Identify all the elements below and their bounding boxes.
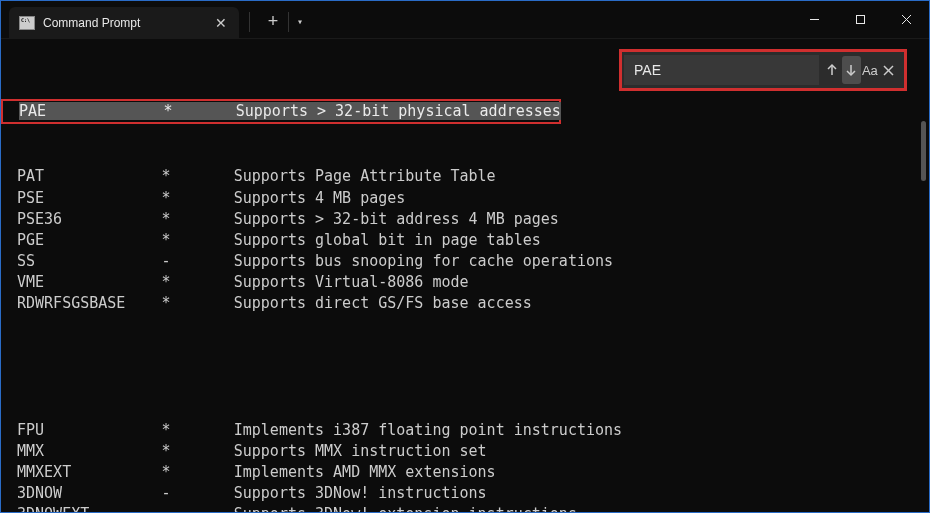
terminal-row: PSE36 * Supports > 32-bit address 4 MB p… xyxy=(17,209,913,230)
terminal-row: SS - Supports bus snooping for cache ope… xyxy=(17,251,913,272)
divider-icon xyxy=(249,12,250,32)
window-controls xyxy=(791,1,929,39)
blank-line xyxy=(17,356,913,377)
close-find-button[interactable] xyxy=(879,56,898,84)
scrollbar-thumb[interactable] xyxy=(921,121,926,181)
terminal-row: VME * Supports Virtual-8086 mode xyxy=(17,272,913,293)
close-button[interactable] xyxy=(883,1,929,39)
new-tab-button[interactable]: + xyxy=(258,11,288,32)
close-tab-icon[interactable]: ✕ xyxy=(213,15,229,31)
tab-command-prompt[interactable]: Command Prompt ✕ xyxy=(9,7,239,39)
svg-rect-1 xyxy=(856,16,864,24)
terminal-row: PSE * Supports 4 MB pages xyxy=(17,188,913,209)
tab-title: Command Prompt xyxy=(43,16,205,30)
terminal-row: MMX * Supports MMX instruction set xyxy=(17,441,913,462)
terminal-row: MMXEXT * Implements AMD MMX extensions xyxy=(17,462,913,483)
find-previous-button[interactable] xyxy=(823,56,842,84)
chevron-down-icon[interactable]: ▾ xyxy=(297,16,303,27)
maximize-button[interactable] xyxy=(837,1,883,39)
terminal-match-row: PAE * Supports > 32-bit physical address… xyxy=(1,99,561,124)
match-case-button[interactable]: Aa xyxy=(861,56,880,84)
titlebar: Command Prompt ✕ + ▾ xyxy=(1,1,929,39)
terminal-row: PGE * Supports global bit in page tables xyxy=(17,230,913,251)
terminal-row: FPU * Implements i387 floating point ins… xyxy=(17,420,913,441)
cmd-icon xyxy=(19,16,35,30)
divider-icon xyxy=(288,12,289,32)
terminal-row: RDWRFSGSBASE * Supports direct GS/FS bas… xyxy=(17,293,913,314)
terminal-output[interactable]: PAE * Supports > 32-bit physical address… xyxy=(1,39,929,513)
matched-text: PAE * Supports > 32-bit physical address… xyxy=(19,102,561,120)
terminal-row: 3DNOWEXT - Supports 3DNow! extension ins… xyxy=(17,504,913,513)
find-next-button[interactable] xyxy=(842,56,861,84)
find-dialog: Aa xyxy=(619,49,907,91)
terminal-row: 3DNOW - Supports 3DNow! instructions xyxy=(17,483,913,504)
find-input[interactable] xyxy=(624,55,819,85)
terminal-row: PAT * Supports Page Attribute Table xyxy=(17,166,913,187)
minimize-button[interactable] xyxy=(791,1,837,39)
